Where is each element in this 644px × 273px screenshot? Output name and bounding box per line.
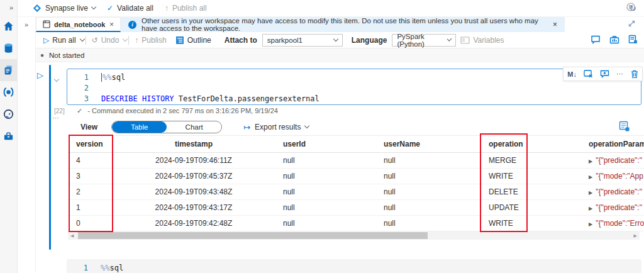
nav-home[interactable] <box>0 15 17 37</box>
session-status-text: Not started <box>49 52 84 59</box>
col-header-version[interactable]: version <box>68 136 112 152</box>
scroll-right-icon[interactable]: ▶ <box>631 231 640 240</box>
top-command-bar: Synapse live ✓ Validate all ↑ Publish al… <box>18 0 644 17</box>
nav-monitor[interactable] <box>0 103 17 125</box>
col-header-timestamp[interactable]: timestamp <box>112 136 275 152</box>
code-cell-2[interactable]: 1 %%sql <box>67 259 641 273</box>
toolbar-right-icons <box>591 35 638 44</box>
tab-delta-notebook[interactable]: delta_notebook × <box>36 17 121 32</box>
results-panel: View Table Chart ↦ Export results versio… <box>68 120 640 240</box>
success-check-icon: ✓ <box>77 107 82 115</box>
cell-operationparameters: ▶"{"mode":"Erro <box>543 216 644 231</box>
more-actions-icon[interactable]: ⋯ <box>616 70 624 78</box>
line-number: 2 <box>67 83 89 94</box>
chevron-down-icon <box>333 36 338 41</box>
validate-icon: ✓ <box>107 4 113 13</box>
expand-row-icon[interactable]: ▶ <box>589 159 592 164</box>
scroll-left-icon[interactable]: ◀ <box>68 231 76 240</box>
mode-switcher[interactable]: Synapse live <box>33 4 96 13</box>
undo-icon: ↺ <box>92 36 98 45</box>
divider <box>128 36 129 45</box>
attach-to-select[interactable]: sparkpool1 <box>262 34 343 47</box>
session-status-bar: ● Not started <box>36 48 644 62</box>
stop-session-icon[interactable] <box>626 3 635 11</box>
expand-row-icon[interactable]: ▶ <box>589 174 592 180</box>
col-header-username[interactable]: userName <box>376 136 477 152</box>
cell-operation: UPDATE <box>477 200 543 215</box>
collapsed-panel-strip: » <box>18 17 36 273</box>
session-info-icon[interactable] <box>609 35 619 44</box>
table-row: 1 2024-09-19T09:43:17Z null null UPDATE … <box>68 200 644 216</box>
language-select[interactable]: PySpark (Python) <box>392 34 456 47</box>
cell-userid: null <box>275 200 376 215</box>
table-header-row: version timestamp userId userName operat… <box>68 136 644 153</box>
cell-userid: null <box>275 216 376 231</box>
nav-develop[interactable] <box>0 59 17 81</box>
cell-timestamp: 2024-09-19T09:43:17Z <box>112 200 275 215</box>
code-line: 1 %%sql <box>67 263 641 273</box>
outline-icon <box>175 36 184 45</box>
sql-keyword: DESCRIBE HISTORY <box>101 94 174 103</box>
run-all-chevron-icon[interactable] <box>79 36 84 41</box>
publish-all-button[interactable]: ↑ Publish all <box>165 4 207 13</box>
nav-data[interactable] <box>0 37 17 59</box>
status-dot-icon: ● <box>40 52 44 58</box>
validate-all-button[interactable]: ✓ Validate all <box>107 4 153 13</box>
expand-row-icon[interactable]: ▶ <box>589 206 592 211</box>
cell-version: 3 <box>68 169 112 184</box>
configure-session-icon[interactable] <box>628 35 638 44</box>
expand-panel-icon[interactable]: » <box>18 21 35 28</box>
cell-timestamp: 2024-09-19T09:46:11Z <box>112 153 275 168</box>
run-cell-button[interactable]: ▷ <box>37 70 43 80</box>
collapse-cell-icon[interactable] <box>55 72 58 84</box>
cell-timestamp: 2024-09-19T09:43:48Z <box>112 184 275 199</box>
toggle-table[interactable]: Table <box>112 121 167 133</box>
add-comment-icon[interactable] <box>600 70 609 78</box>
col-header-userid[interactable]: userId <box>275 136 376 152</box>
col-header-operationparameters[interactable]: operationParameters <box>543 136 644 152</box>
results-table: version timestamp userId userName operat… <box>68 135 640 231</box>
develop-icon <box>3 65 14 75</box>
table-row: 0 2024-09-19T09:42:48Z null null WRITE ▶… <box>68 216 644 231</box>
chevron-down-icon <box>91 4 96 9</box>
expand-view-icon[interactable] <box>628 20 635 27</box>
nav-manage[interactable] <box>0 125 17 147</box>
delete-cell-icon[interactable] <box>631 70 638 79</box>
monitor-icon <box>3 109 14 120</box>
export-results-button[interactable]: ↦ Export results <box>243 123 309 132</box>
info-icon: i <box>128 21 136 29</box>
cell-version: 1 <box>68 200 112 215</box>
variables-button[interactable]: Variables <box>460 36 504 45</box>
cell-more-icon[interactable]: ⋯ <box>52 114 60 122</box>
view-in-monitoring-icon[interactable] <box>619 121 630 131</box>
horizontal-scroll-thumb[interactable] <box>78 232 428 239</box>
horizontal-scrollbar[interactable]: ◀ ▶ <box>68 231 640 240</box>
undo-chevron-icon[interactable] <box>123 36 128 41</box>
execution-message: - Command executed in 2 sec 797 ms on 3:… <box>87 107 278 114</box>
tab-close-icon[interactable]: × <box>109 20 114 29</box>
line-number: 3 <box>67 94 89 104</box>
expand-row-icon[interactable]: ▶ <box>589 190 592 196</box>
banner-close-icon[interactable]: × <box>553 20 557 29</box>
code-cell-1[interactable]: 1 %%sql 2 3 DESCRIBE HISTORY TestForDelt… <box>67 69 641 105</box>
code-line: 2 <box>67 83 641 94</box>
text-caret <box>101 73 102 82</box>
to-markdown-button[interactable]: M↓ <box>567 70 577 78</box>
expand-row-icon[interactable]: ▶ <box>589 221 592 227</box>
comments-icon[interactable] <box>591 35 601 44</box>
cell-timestamp: 2024-09-19T09:45:37Z <box>112 169 275 184</box>
toggle-chart[interactable]: Chart <box>167 121 221 133</box>
outline-button[interactable]: Outline <box>175 36 211 45</box>
divider <box>86 36 86 45</box>
view-label: View <box>80 123 97 131</box>
expand-rail-icon[interactable]: » <box>0 0 17 15</box>
clear-output-icon[interactable] <box>584 70 593 78</box>
magic-command: %% <box>101 264 109 272</box>
run-all-button[interactable]: ▷ Run all <box>43 36 76 45</box>
cell-username: null <box>376 216 477 231</box>
col-header-operation[interactable]: operation <box>477 136 543 152</box>
active-cell-indicator <box>49 65 51 250</box>
nav-integrate[interactable] <box>0 81 17 103</box>
undo-button[interactable]: ↺ Undo <box>92 36 119 45</box>
publish-button[interactable]: ↑ Publish <box>135 36 166 45</box>
